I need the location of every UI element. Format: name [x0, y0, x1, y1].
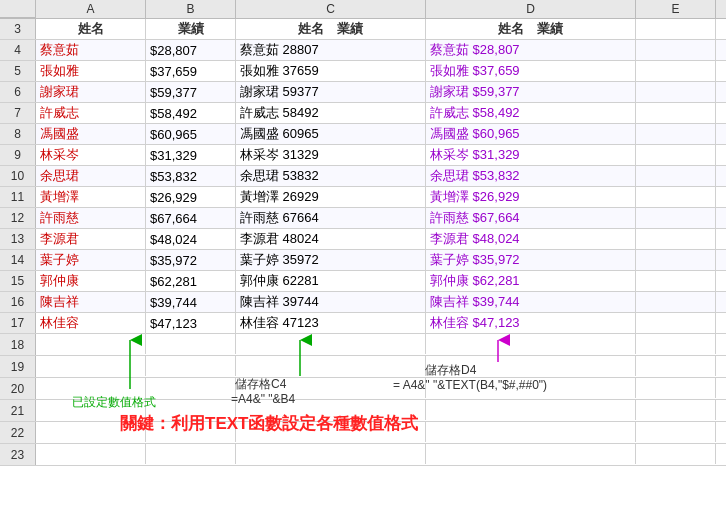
cell-b14[interactable]: $35,972 [146, 250, 236, 270]
cell-a10[interactable]: 余思珺 [36, 166, 146, 186]
cell-c13[interactable]: 李源君 48024 [236, 229, 426, 249]
cell-c9[interactable]: 林采岑 31329 [236, 145, 426, 165]
cell-a15[interactable]: 郭仲康 [36, 271, 146, 291]
cell-a17[interactable]: 林佳容 [36, 313, 146, 333]
cell-e6 [636, 82, 716, 102]
cell-b4[interactable]: $28,807 [146, 40, 236, 60]
cell-c23[interactable] [236, 444, 426, 464]
cell-a6[interactable]: 謝家珺 [36, 82, 146, 102]
cell-b16[interactable]: $39,744 [146, 292, 236, 312]
rownum-3: 3 [0, 19, 36, 39]
row-13: 13 李源君 $48,024 李源君 48024 李源君 $48,024 [0, 229, 726, 250]
cell-c16[interactable]: 陳吉祥 39744 [236, 292, 426, 312]
cell-b22[interactable] [146, 422, 236, 442]
cell-c6[interactable]: 謝家珺 59377 [236, 82, 426, 102]
cell-b19[interactable] [146, 356, 236, 376]
cell-c21[interactable] [236, 400, 426, 420]
cell-d11[interactable]: 黃增澤 $26,929 [426, 187, 636, 207]
cell-d9[interactable]: 林采岑 $31,329 [426, 145, 636, 165]
cell-d14[interactable]: 葉子婷 $35,972 [426, 250, 636, 270]
cell-c18[interactable] [236, 334, 426, 354]
cell-c17[interactable]: 林佳容 47123 [236, 313, 426, 333]
cell-a13[interactable]: 李源君 [36, 229, 146, 249]
cell-c4[interactable]: 蔡意茹 28807 [236, 40, 426, 60]
cell-d22[interactable] [426, 422, 636, 442]
cell-c11[interactable]: 黃增澤 26929 [236, 187, 426, 207]
cell-b6[interactable]: $59,377 [146, 82, 236, 102]
cell-b3[interactable]: 業績 [146, 19, 236, 39]
cell-d3[interactable]: 姓名 業績 [426, 19, 636, 39]
cell-a8[interactable]: 馮國盛 [36, 124, 146, 144]
cell-d18[interactable] [426, 334, 636, 354]
cell-a16[interactable]: 陳吉祥 [36, 292, 146, 312]
cell-d12[interactable]: 許雨慈 $67,664 [426, 208, 636, 228]
cell-c15[interactable]: 郭仲康 62281 [236, 271, 426, 291]
cell-a5[interactable]: 張如雅 [36, 61, 146, 81]
col-header-b[interactable]: B [146, 0, 236, 18]
cell-d13[interactable]: 李源君 $48,024 [426, 229, 636, 249]
cell-a4[interactable]: 蔡意茹 [36, 40, 146, 60]
cell-e21 [636, 400, 716, 420]
cell-e22 [636, 422, 716, 442]
cell-b13[interactable]: $48,024 [146, 229, 236, 249]
cell-c22[interactable] [236, 422, 426, 442]
cell-a18[interactable] [36, 334, 146, 354]
cell-a19[interactable] [36, 356, 146, 376]
cell-b17[interactable]: $47,123 [146, 313, 236, 333]
cell-d16[interactable]: 陳吉祥 $39,744 [426, 292, 636, 312]
cell-d19[interactable] [426, 356, 636, 376]
cell-d15[interactable]: 郭仲康 $62,281 [426, 271, 636, 291]
row-9: 9 林采岑 $31,329 林采岑 31329 林采岑 $31,329 [0, 145, 726, 166]
cell-c5[interactable]: 張如雅 37659 [236, 61, 426, 81]
col-header-d[interactable]: D [426, 0, 636, 18]
cell-c20[interactable] [236, 378, 426, 398]
cell-c7[interactable]: 許威志 58492 [236, 103, 426, 123]
col-header-a[interactable]: A [36, 0, 146, 18]
cell-d4[interactable]: 蔡意茹 $28,807 [426, 40, 636, 60]
rownum-6: 6 [0, 82, 36, 102]
cell-b12[interactable]: $67,664 [146, 208, 236, 228]
row-10: 10 余思珺 $53,832 余思珺 53832 余思珺 $53,832 [0, 166, 726, 187]
cell-b7[interactable]: $58,492 [146, 103, 236, 123]
cell-a9[interactable]: 林采岑 [36, 145, 146, 165]
cell-d6[interactable]: 謝家珺 $59,377 [426, 82, 636, 102]
cell-c19[interactable] [236, 356, 426, 376]
cell-c8[interactable]: 馮國盛 60965 [236, 124, 426, 144]
cell-d5[interactable]: 張如雅 $37,659 [426, 61, 636, 81]
cell-d10[interactable]: 余思珺 $53,832 [426, 166, 636, 186]
cell-d8[interactable]: 馮國盛 $60,965 [426, 124, 636, 144]
cell-b15[interactable]: $62,281 [146, 271, 236, 291]
cell-c14[interactable]: 葉子婷 35972 [236, 250, 426, 270]
cell-a7[interactable]: 許威志 [36, 103, 146, 123]
col-header-c[interactable]: C [236, 0, 426, 18]
cell-b9[interactable]: $31,329 [146, 145, 236, 165]
cell-b20[interactable] [146, 378, 236, 398]
col-header-e[interactable]: E [636, 0, 716, 18]
empty-rows: 18 19 20 21 22 [0, 334, 726, 466]
cell-e17 [636, 313, 716, 333]
cell-a3[interactable]: 姓名 [36, 19, 146, 39]
cell-d7[interactable]: 許威志 $58,492 [426, 103, 636, 123]
cell-d21[interactable] [426, 400, 636, 420]
cell-d17[interactable]: 林佳容 $47,123 [426, 313, 636, 333]
cell-d23[interactable] [426, 444, 636, 464]
cell-b11[interactable]: $26,929 [146, 187, 236, 207]
cell-a23[interactable] [36, 444, 146, 464]
cell-b8[interactable]: $60,965 [146, 124, 236, 144]
cell-a14[interactable]: 葉子婷 [36, 250, 146, 270]
cell-a22[interactable] [36, 422, 146, 442]
cell-a12[interactable]: 許雨慈 [36, 208, 146, 228]
cell-b10[interactable]: $53,832 [146, 166, 236, 186]
cell-e4 [636, 40, 716, 60]
cell-b5[interactable]: $37,659 [146, 61, 236, 81]
cell-a11[interactable]: 黃增澤 [36, 187, 146, 207]
cell-c10[interactable]: 余思珺 53832 [236, 166, 426, 186]
cell-b23[interactable] [146, 444, 236, 464]
cell-a20[interactable] [36, 378, 146, 398]
cell-c3[interactable]: 姓名 業績 [236, 19, 426, 39]
cell-d20[interactable] [426, 378, 636, 398]
cell-b21[interactable] [146, 400, 236, 420]
cell-c12[interactable]: 許雨慈 67664 [236, 208, 426, 228]
cell-a21[interactable] [36, 400, 146, 420]
cell-b18[interactable] [146, 334, 236, 354]
